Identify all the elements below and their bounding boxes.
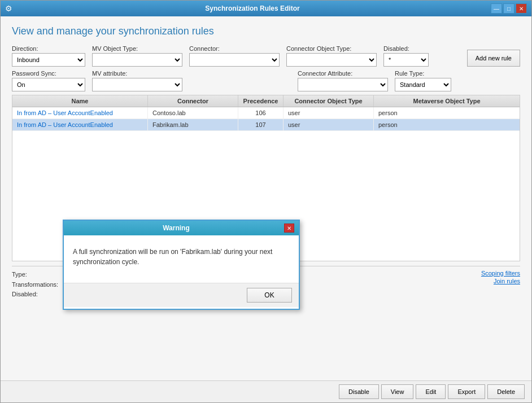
mv-object-type-filter: MV Object Type: — [92, 45, 182, 67]
window-controls: — □ ✕ — [491, 3, 527, 14]
window-title: Synchronization Rules Editor — [14, 5, 491, 12]
connector-object-type-filter: Connector Object Type: — [286, 45, 377, 67]
export-button[interactable]: Export — [448, 384, 485, 399]
password-sync-filter: Password Sync: On — [12, 70, 85, 91]
rule-type-label: Rule Type: — [395, 70, 451, 77]
password-sync-select[interactable]: On — [12, 78, 85, 91]
disabled-filter: Disabled: * — [383, 45, 429, 67]
table-row[interactable]: In from AD – User AccountEnabled Fabrika… — [12, 119, 520, 131]
type-label: Type: — [12, 271, 27, 278]
close-button[interactable]: ✕ — [516, 3, 527, 14]
filter-row-1: Direction: Inbound MV Object Type: Conne… — [12, 45, 520, 67]
mv-object-type-select[interactable] — [92, 53, 182, 67]
modal-ok-button[interactable]: OK — [247, 288, 292, 303]
edit-button[interactable]: Edit — [416, 384, 446, 399]
disabled-label: Disabled: — [383, 45, 429, 52]
password-sync-label: Password Sync: — [12, 70, 85, 77]
page-title: View and manage your synchronization rul… — [12, 25, 520, 37]
transformations-row: Transformations: — [12, 280, 58, 290]
add-new-rule-button[interactable]: Add new rule — [467, 50, 520, 67]
cell-mv-obj-type-0: person — [374, 107, 520, 119]
modal-content: A full synchronization will be run on 'F… — [64, 235, 299, 283]
cell-name-1: In from AD – User AccountEnabled — [12, 119, 148, 130]
col-header-metaverse-object-type: Metaverse Object Type — [374, 95, 520, 107]
app-icon: ⚙ — [5, 4, 14, 13]
connector-label: Connector: — [189, 45, 280, 52]
content-area: View and manage your synchronization rul… — [1, 16, 531, 380]
connector-select[interactable] — [189, 53, 280, 67]
cell-mv-obj-type-1: person — [374, 119, 520, 130]
col-header-connector-object-type: Connector Object Type — [284, 95, 374, 107]
scoping-filters-link[interactable]: Scoping filters — [481, 270, 520, 277]
mv-attribute-select[interactable] — [92, 78, 182, 91]
maximize-button[interactable]: □ — [503, 3, 514, 14]
action-bar: Disable View Edit Export Delete — [1, 380, 531, 402]
join-rules-link[interactable]: Join rules — [494, 278, 520, 284]
modal-footer: OK — [64, 283, 299, 307]
table-row[interactable]: In from AD – User AccountEnabled Contoso… — [12, 107, 520, 119]
connector-object-type-label: Connector Object Type: — [286, 45, 377, 52]
disable-button[interactable]: Disable — [339, 384, 379, 399]
table-header: Name Connector Precedence Connector Obje… — [12, 95, 520, 107]
connector-attribute-label: Connector Attribute: — [298, 70, 388, 77]
cell-precedence-0: 106 — [238, 107, 284, 119]
warning-modal: Warning ✕ A full synchronization will be… — [63, 220, 300, 310]
mv-attribute-filter: MV attribute: — [92, 70, 182, 91]
connector-attribute-filter: Connector Attribute: — [298, 70, 388, 91]
cell-connector-obj-type-1: user — [284, 119, 374, 130]
view-button[interactable]: View — [381, 384, 414, 399]
direction-filter: Direction: Inbound — [12, 45, 85, 67]
rule-type-select[interactable]: Standard — [395, 78, 451, 91]
mv-attribute-label: MV attribute: — [92, 70, 182, 77]
delete-button[interactable]: Delete — [487, 384, 525, 399]
cell-connector-1: Fabrikam.lab — [148, 119, 238, 130]
disabled-label: Disabled: — [12, 291, 38, 297]
bottom-links: Scoping filters Join rules — [481, 270, 520, 284]
connector-object-type-select[interactable] — [286, 53, 377, 67]
disabled-select[interactable]: * — [383, 53, 429, 67]
minimize-button[interactable]: — — [491, 3, 502, 14]
modal-message: A full synchronization will be run on 'F… — [73, 247, 290, 267]
rule-type-filter: Rule Type: Standard — [395, 70, 451, 91]
filter-row-2: Password Sync: On MV attribute: Connecto… — [12, 70, 520, 91]
col-header-connector: Connector — [148, 95, 238, 107]
main-window: ⚙ Synchronization Rules Editor — □ ✕ Vie… — [0, 0, 532, 403]
direction-label: Direction: — [12, 45, 85, 52]
bottom-info: Type: Transformations: Disabled: — [12, 270, 58, 300]
disabled-row: Disabled: — [12, 290, 58, 300]
modal-title-bar: Warning ✕ — [64, 221, 299, 235]
connector-filter: Connector: — [189, 45, 280, 67]
type-row: Type: — [12, 270, 58, 280]
modal-title: Warning — [68, 224, 284, 232]
transformations-label: Transformations: — [12, 281, 58, 288]
col-header-precedence: Precedence — [238, 95, 284, 107]
mv-object-type-label: MV Object Type: — [92, 45, 182, 52]
connector-attribute-select[interactable] — [298, 78, 388, 91]
title-bar: ⚙ Synchronization Rules Editor — □ ✕ — [1, 1, 531, 16]
modal-close-button[interactable]: ✕ — [284, 224, 294, 233]
direction-select[interactable]: Inbound — [12, 53, 85, 67]
cell-name-0: In from AD – User AccountEnabled — [12, 107, 148, 119]
cell-precedence-1: 107 — [238, 119, 284, 130]
cell-connector-0: Contoso.lab — [148, 107, 238, 119]
col-header-name: Name — [12, 95, 148, 107]
cell-connector-obj-type-0: user — [284, 107, 374, 119]
